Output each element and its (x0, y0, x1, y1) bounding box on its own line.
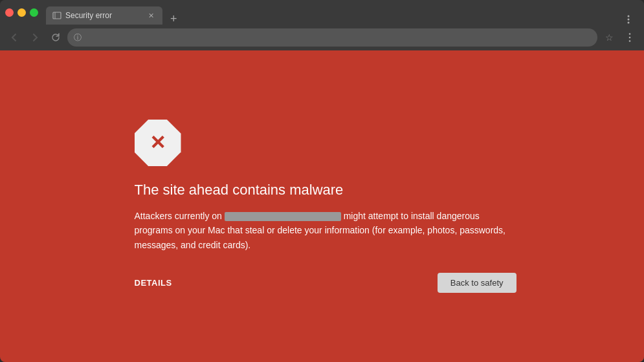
error-icon-wrapper: ✕ (135, 120, 181, 166)
active-tab[interactable]: Security error ✕ (46, 6, 162, 25)
tab-title: Security error (65, 11, 142, 20)
maximize-button[interactable] (30, 8, 38, 17)
close-button[interactable] (5, 8, 14, 17)
back-button[interactable] (5, 28, 23, 47)
address-input[interactable] (85, 33, 591, 43)
bookmark-button[interactable]: ☆ (600, 28, 618, 47)
error-page: ✕ The site ahead contains malware Attack… (0, 50, 644, 362)
tab-close-button[interactable]: ✕ (146, 10, 156, 21)
tab-favicon-icon (52, 11, 61, 20)
address-bar[interactable]: ⓘ (67, 28, 597, 47)
tabs-area: Security error ✕ + (46, 0, 639, 25)
window-controls (5, 8, 38, 17)
svg-point-3 (628, 19, 630, 21)
svg-rect-0 (53, 12, 61, 19)
minimize-button[interactable] (17, 8, 26, 17)
nav-bar: ⓘ ☆ (0, 25, 644, 50)
stop-sign-icon: ✕ (135, 120, 181, 166)
title-bar: Security error ✕ + (0, 0, 644, 25)
svg-point-6 (629, 37, 631, 39)
x-mark-icon: ✕ (150, 133, 166, 153)
new-tab-button[interactable]: + (165, 13, 183, 25)
back-to-safety-button[interactable]: Back to safety (438, 273, 516, 293)
svg-point-4 (628, 22, 630, 24)
forward-button[interactable] (26, 28, 44, 47)
svg-point-5 (629, 33, 631, 35)
error-heading: The site ahead contains malware (135, 182, 344, 198)
error-body-before: Attackers currently on (135, 211, 225, 221)
svg-point-2 (628, 16, 630, 17)
error-container: ✕ The site ahead contains malware Attack… (128, 120, 516, 293)
error-body: Attackers currently on might attempt to … (135, 209, 516, 252)
error-actions: DETAILS Back to safety (135, 273, 523, 293)
refresh-button[interactable] (47, 28, 65, 47)
extensions-button[interactable] (618, 14, 639, 25)
menu-button[interactable] (621, 28, 639, 47)
details-button[interactable]: DETAILS (135, 278, 172, 288)
redacted-url (225, 212, 341, 221)
info-icon[interactable]: ⓘ (74, 32, 82, 43)
svg-point-7 (629, 40, 631, 42)
browser-window: Security error ✕ + ⓘ (0, 0, 644, 362)
